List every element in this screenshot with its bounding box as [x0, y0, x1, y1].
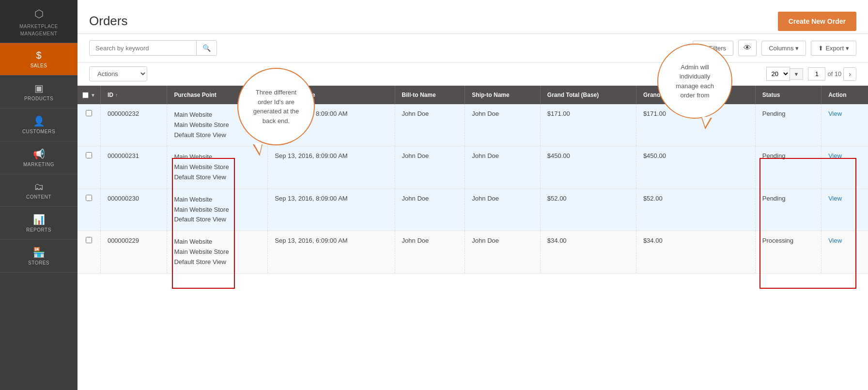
row-status: Pending [755, 146, 821, 188]
filters-button[interactable]: ▼ Filters [693, 41, 733, 56]
per-page-select[interactable]: 20 [766, 67, 790, 81]
th-sort-arrow: ▼ [91, 93, 95, 98]
export-button[interactable]: ⬆ Export ▾ [811, 41, 856, 56]
sidebar-item-content[interactable]: 🗂 CONTENT [0, 174, 78, 207]
row-grand-total-purchased: $52.00 [636, 188, 755, 231]
row-bill-to-name: John Doe [395, 146, 465, 188]
sidebar-item-customers[interactable]: 👤 CUSTOMERS [0, 109, 78, 141]
th-grand-total-base-label: Grand Total (Base) [547, 92, 599, 98]
view-link[interactable]: View [828, 152, 842, 159]
th-status-label: Status [762, 92, 780, 98]
table-header-row: ▼ ID ↑ Purchase Point Purchase Date [78, 86, 868, 104]
row-status: Pending [755, 188, 821, 231]
row-ship-to-name: John Doe [465, 231, 540, 273]
sidebar-item-sales[interactable]: $ SALES [0, 43, 78, 76]
columns-button[interactable]: Columns ▾ [761, 41, 806, 56]
row-purchase-date: Sep 13, 2016, 6:09:00 AM [268, 231, 395, 273]
sidebar-header: ⬡ MARKETPLACEMANAGEMENT [0, 0, 78, 43]
export-icon: ⬆ [818, 45, 823, 52]
main-content: Orders Create New Order 🔍 ▼ Filters 👁 Co… [78, 0, 868, 390]
pagination: of 10 › [808, 67, 856, 81]
row-grand-total-base: $52.00 [540, 188, 636, 231]
sidebar-item-reports[interactable]: 📊 REPORTS [0, 207, 78, 240]
table-row: 000000230 Main WebsiteMain Website Store… [78, 188, 868, 231]
sidebar-item-sales-label: SALES [31, 63, 47, 68]
row-purchase-point: Main WebsiteMain Website StoreDefault St… [167, 104, 268, 146]
toolbar: 🔍 ▼ Filters 👁 Columns ▾ ⬆ Export ▾ [78, 34, 868, 62]
eye-icon: 👁 [744, 44, 751, 52]
row-grand-total-purchased: $171.00 [636, 104, 755, 146]
sidebar-item-reports-label: REPORTS [26, 227, 51, 233]
search-box: 🔍 [89, 40, 217, 56]
row-checkbox-cell [78, 104, 100, 146]
th-checkbox: ▼ [78, 86, 100, 104]
per-page-arrow-icon: ▼ [790, 68, 804, 80]
actions-bar: Actions 20 ▼ of 10 › [78, 62, 868, 86]
th-id[interactable]: ID ↑ [100, 86, 167, 104]
sidebar-item-marketing-label: MARKETING [23, 162, 54, 167]
row-checkbox[interactable] [86, 110, 92, 116]
th-purchase-date-label: Purchase Date [275, 92, 315, 98]
search-input[interactable] [90, 41, 196, 55]
row-checkbox[interactable] [86, 237, 92, 243]
th-purchase-date[interactable]: Purchase Date [268, 86, 395, 104]
row-purchase-point: Main WebsiteMain Website StoreDefault St… [167, 188, 268, 231]
search-button[interactable]: 🔍 [196, 41, 217, 55]
sidebar-item-customers-label: CUSTOMERS [22, 129, 55, 134]
sidebar: ⬡ MARKETPLACEMANAGEMENT $ SALES ▣ PRODUC… [0, 0, 78, 390]
row-checkbox-cell [78, 146, 100, 188]
filter-icon: ▼ [700, 45, 706, 52]
customers-icon: 👤 [33, 115, 45, 127]
row-checkbox[interactable] [86, 195, 92, 201]
next-page-button[interactable]: › [843, 67, 856, 81]
create-new-order-button[interactable]: Create New Order [778, 12, 856, 31]
sidebar-item-marketing[interactable]: 📢 MARKETING [0, 141, 78, 174]
orders-table-container: ▼ ID ↑ Purchase Point Purchase Date [78, 86, 868, 390]
th-bill-to-name[interactable]: Bill-to Name [395, 86, 465, 104]
sidebar-item-content-label: CONTENT [26, 194, 51, 200]
th-purchase-point[interactable]: Purchase Point [167, 86, 268, 104]
row-grand-total-base: $34.00 [540, 231, 636, 273]
row-purchase-date: Sep 13, 2016, 8:09:00 AM [268, 146, 395, 188]
sidebar-item-stores[interactable]: 🏪 STORES [0, 240, 78, 273]
sidebar-item-products-label: PRODUCTS [24, 96, 53, 101]
stores-icon: 🏪 [33, 247, 45, 258]
sidebar-header-label: MARKETPLACEMANAGEMENT [19, 24, 58, 36]
actions-dropdown[interactable]: Actions [89, 66, 147, 81]
page-number-input[interactable] [808, 67, 825, 80]
view-link[interactable]: View [828, 195, 842, 202]
export-arrow-icon: ▾ [846, 45, 849, 52]
view-link[interactable]: View [828, 237, 842, 244]
th-status[interactable]: Status [755, 86, 821, 104]
row-checkbox-cell [78, 231, 100, 273]
marketplace-icon: ⬡ [4, 8, 74, 20]
th-grand-total-purchased[interactable]: Grand Total (Purchased) [636, 86, 755, 104]
th-grand-total-base[interactable]: Grand Total (Base) [540, 86, 636, 104]
marketing-icon: 📢 [33, 148, 45, 160]
row-action: View [822, 188, 868, 231]
page-header: Orders Create New Order [78, 0, 868, 34]
row-purchase-date: Sep 13, 2016, 8:09:00 AM [268, 104, 395, 146]
th-purchase-point-label: Purchase Point [174, 92, 216, 98]
th-ship-to-name[interactable]: Ship-to Name [465, 86, 540, 104]
columns-arrow-icon: ▾ [795, 45, 799, 52]
row-grand-total-purchased: $34.00 [636, 231, 755, 273]
export-label: Export [825, 45, 844, 52]
row-id: 000000231 [100, 146, 167, 188]
row-id: 000000232 [100, 104, 167, 146]
select-all-checkbox[interactable] [82, 92, 89, 98]
row-grand-total-base: $450.00 [540, 146, 636, 188]
table-row: 000000232 Main WebsiteMain Website Store… [78, 104, 868, 146]
row-bill-to-name: John Doe [395, 188, 465, 231]
products-icon: ▣ [34, 82, 44, 94]
th-grand-total-purchased-label: Grand Total (Purchased) [643, 92, 711, 98]
row-checkbox[interactable] [86, 152, 92, 158]
row-checkbox-cell [78, 188, 100, 231]
th-action-label: Action [828, 92, 846, 98]
row-action: View [822, 231, 868, 273]
filters-label: Filters [709, 45, 726, 52]
visibility-button[interactable]: 👁 [738, 40, 757, 56]
row-purchase-date: Sep 13, 2016, 8:09:00 AM [268, 188, 395, 231]
view-link[interactable]: View [828, 110, 842, 117]
sidebar-item-products[interactable]: ▣ PRODUCTS [0, 76, 78, 109]
